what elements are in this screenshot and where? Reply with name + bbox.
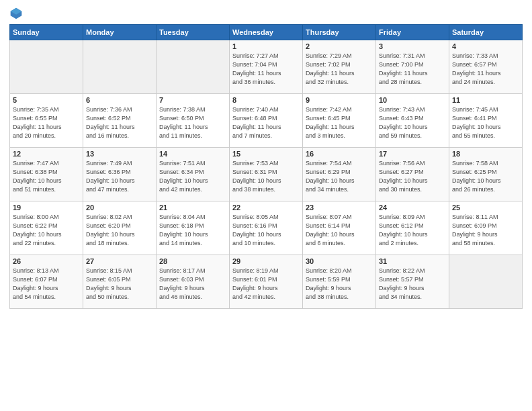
day-number: 13	[86, 150, 153, 158]
day-info: Sunrise: 7:54 AM Sunset: 6:29 PM Dayligh…	[306, 159, 373, 194]
day-number: 5	[13, 96, 80, 104]
calendar-cell: 30Sunrise: 8:20 AM Sunset: 5:59 PM Dayli…	[303, 255, 376, 309]
day-number: 16	[306, 150, 373, 158]
day-number: 12	[13, 150, 80, 158]
day-info: Sunrise: 7:47 AM Sunset: 6:38 PM Dayligh…	[13, 159, 80, 194]
day-info: Sunrise: 8:07 AM Sunset: 6:14 PM Dayligh…	[306, 213, 373, 248]
calendar-cell: 12Sunrise: 7:47 AM Sunset: 6:38 PM Dayli…	[10, 148, 83, 201]
day-number: 8	[232, 96, 300, 104]
day-info: Sunrise: 8:02 AM Sunset: 6:20 PM Dayligh…	[86, 213, 153, 248]
calendar-header: SundayMondayTuesdayWednesdayThursdayFrid…	[10, 25, 523, 40]
calendar-cell	[449, 255, 523, 309]
calendar-cell: 16Sunrise: 7:54 AM Sunset: 6:29 PM Dayli…	[303, 148, 376, 201]
calendar: SundayMondayTuesdayWednesdayThursdayFrid…	[9, 24, 523, 309]
calendar-cell: 31Sunrise: 8:22 AM Sunset: 5:57 PM Dayli…	[376, 255, 449, 309]
day-info: Sunrise: 8:15 AM Sunset: 6:05 PM Dayligh…	[86, 267, 153, 302]
day-number: 15	[232, 150, 300, 158]
calendar-cell: 26Sunrise: 8:13 AM Sunset: 6:07 PM Dayli…	[10, 255, 83, 309]
day-info: Sunrise: 7:29 AM Sunset: 7:02 PM Dayligh…	[306, 52, 373, 87]
day-info: Sunrise: 8:20 AM Sunset: 5:59 PM Dayligh…	[306, 267, 373, 302]
day-number: 30	[306, 257, 373, 265]
calendar-week-row: 1Sunrise: 7:27 AM Sunset: 7:04 PM Daylig…	[10, 40, 523, 94]
calendar-cell: 17Sunrise: 7:56 AM Sunset: 6:27 PM Dayli…	[376, 148, 449, 201]
day-info: Sunrise: 7:49 AM Sunset: 6:36 PM Dayligh…	[86, 159, 153, 194]
day-number: 26	[13, 257, 80, 265]
day-info: Sunrise: 7:38 AM Sunset: 6:50 PM Dayligh…	[159, 105, 226, 140]
day-info: Sunrise: 8:11 AM Sunset: 6:09 PM Dayligh…	[452, 213, 519, 248]
day-info: Sunrise: 7:45 AM Sunset: 6:41 PM Dayligh…	[452, 105, 519, 140]
calendar-cell: 23Sunrise: 8:07 AM Sunset: 6:14 PM Dayli…	[303, 201, 376, 255]
calendar-cell	[10, 40, 83, 94]
day-info: Sunrise: 7:33 AM Sunset: 6:57 PM Dayligh…	[452, 52, 519, 87]
day-info: Sunrise: 7:35 AM Sunset: 6:55 PM Dayligh…	[13, 105, 80, 140]
calendar-cell: 24Sunrise: 8:09 AM Sunset: 6:12 PM Dayli…	[376, 201, 449, 255]
day-info: Sunrise: 7:36 AM Sunset: 6:52 PM Dayligh…	[86, 105, 153, 140]
day-number: 1	[232, 42, 300, 50]
day-info: Sunrise: 7:58 AM Sunset: 6:25 PM Dayligh…	[452, 159, 519, 194]
day-number: 18	[452, 150, 519, 158]
calendar-cell: 3Sunrise: 7:31 AM Sunset: 7:00 PM Daylig…	[376, 40, 449, 94]
day-info: Sunrise: 7:27 AM Sunset: 7:04 PM Dayligh…	[232, 52, 300, 87]
calendar-cell: 2Sunrise: 7:29 AM Sunset: 7:02 PM Daylig…	[303, 40, 376, 94]
day-number: 14	[159, 150, 226, 158]
day-number: 27	[86, 257, 153, 265]
day-number: 24	[379, 203, 446, 212]
weekday-header: Thursday	[303, 25, 376, 40]
calendar-week-row: 5Sunrise: 7:35 AM Sunset: 6:55 PM Daylig…	[10, 94, 523, 148]
main-container: SundayMondayTuesdayWednesdayThursdayFrid…	[0, 0, 532, 411]
calendar-week-row: 12Sunrise: 7:47 AM Sunset: 6:38 PM Dayli…	[10, 148, 523, 201]
calendar-cell: 6Sunrise: 7:36 AM Sunset: 6:52 PM Daylig…	[83, 94, 157, 148]
day-number: 9	[306, 96, 373, 104]
calendar-cell: 21Sunrise: 8:04 AM Sunset: 6:18 PM Dayli…	[157, 201, 230, 255]
day-info: Sunrise: 7:40 AM Sunset: 6:48 PM Dayligh…	[232, 105, 300, 140]
calendar-week-row: 19Sunrise: 8:00 AM Sunset: 6:22 PM Dayli…	[10, 201, 523, 255]
day-info: Sunrise: 8:00 AM Sunset: 6:22 PM Dayligh…	[13, 213, 80, 248]
calendar-week-row: 26Sunrise: 8:13 AM Sunset: 6:07 PM Dayli…	[10, 255, 523, 309]
weekday-header: Friday	[376, 25, 449, 40]
calendar-cell: 9Sunrise: 7:42 AM Sunset: 6:45 PM Daylig…	[303, 94, 376, 148]
day-number: 19	[13, 203, 80, 212]
day-info: Sunrise: 8:22 AM Sunset: 5:57 PM Dayligh…	[379, 267, 446, 302]
day-info: Sunrise: 7:42 AM Sunset: 6:45 PM Dayligh…	[306, 105, 373, 140]
calendar-cell: 14Sunrise: 7:51 AM Sunset: 6:34 PM Dayli…	[157, 148, 230, 201]
day-number: 10	[379, 96, 446, 104]
calendar-cell: 27Sunrise: 8:15 AM Sunset: 6:05 PM Dayli…	[83, 255, 157, 309]
day-info: Sunrise: 7:56 AM Sunset: 6:27 PM Dayligh…	[379, 159, 446, 194]
calendar-cell: 28Sunrise: 8:17 AM Sunset: 6:03 PM Dayli…	[157, 255, 230, 309]
day-number: 28	[159, 257, 226, 265]
day-number: 31	[379, 257, 446, 265]
calendar-cell: 25Sunrise: 8:11 AM Sunset: 6:09 PM Dayli…	[449, 201, 523, 255]
day-info: Sunrise: 8:13 AM Sunset: 6:07 PM Dayligh…	[13, 267, 80, 302]
day-number: 4	[452, 42, 519, 50]
calendar-cell: 7Sunrise: 7:38 AM Sunset: 6:50 PM Daylig…	[157, 94, 230, 148]
calendar-cell: 10Sunrise: 7:43 AM Sunset: 6:43 PM Dayli…	[376, 94, 449, 148]
day-number: 25	[452, 203, 519, 212]
day-number: 2	[306, 42, 373, 50]
logo	[9, 7, 26, 20]
logo-icon	[9, 7, 23, 20]
calendar-cell: 1Sunrise: 7:27 AM Sunset: 7:04 PM Daylig…	[230, 40, 303, 94]
calendar-cell: 19Sunrise: 8:00 AM Sunset: 6:22 PM Dayli…	[10, 201, 83, 255]
day-info: Sunrise: 8:05 AM Sunset: 6:16 PM Dayligh…	[232, 213, 300, 248]
day-info: Sunrise: 7:31 AM Sunset: 7:00 PM Dayligh…	[379, 52, 446, 87]
weekday-header: Tuesday	[157, 25, 230, 40]
day-number: 11	[452, 96, 519, 104]
calendar-cell: 29Sunrise: 8:19 AM Sunset: 6:01 PM Dayli…	[230, 255, 303, 309]
weekday-header: Saturday	[449, 25, 523, 40]
weekday-header: Monday	[83, 25, 157, 40]
calendar-cell: 13Sunrise: 7:49 AM Sunset: 6:36 PM Dayli…	[83, 148, 157, 201]
calendar-cell: 8Sunrise: 7:40 AM Sunset: 6:48 PM Daylig…	[230, 94, 303, 148]
day-info: Sunrise: 7:51 AM Sunset: 6:34 PM Dayligh…	[159, 159, 226, 194]
day-number: 7	[159, 96, 226, 104]
calendar-cell	[83, 40, 157, 94]
day-info: Sunrise: 8:17 AM Sunset: 6:03 PM Dayligh…	[159, 267, 226, 302]
day-info: Sunrise: 8:19 AM Sunset: 6:01 PM Dayligh…	[232, 267, 300, 302]
calendar-cell	[157, 40, 230, 94]
day-number: 23	[306, 203, 373, 212]
calendar-cell: 5Sunrise: 7:35 AM Sunset: 6:55 PM Daylig…	[10, 94, 83, 148]
calendar-body: 1Sunrise: 7:27 AM Sunset: 7:04 PM Daylig…	[10, 40, 523, 309]
calendar-cell: 22Sunrise: 8:05 AM Sunset: 6:16 PM Dayli…	[230, 201, 303, 255]
weekday-header: Wednesday	[230, 25, 303, 40]
day-info: Sunrise: 7:53 AM Sunset: 6:31 PM Dayligh…	[232, 159, 300, 194]
day-number: 20	[86, 203, 153, 212]
